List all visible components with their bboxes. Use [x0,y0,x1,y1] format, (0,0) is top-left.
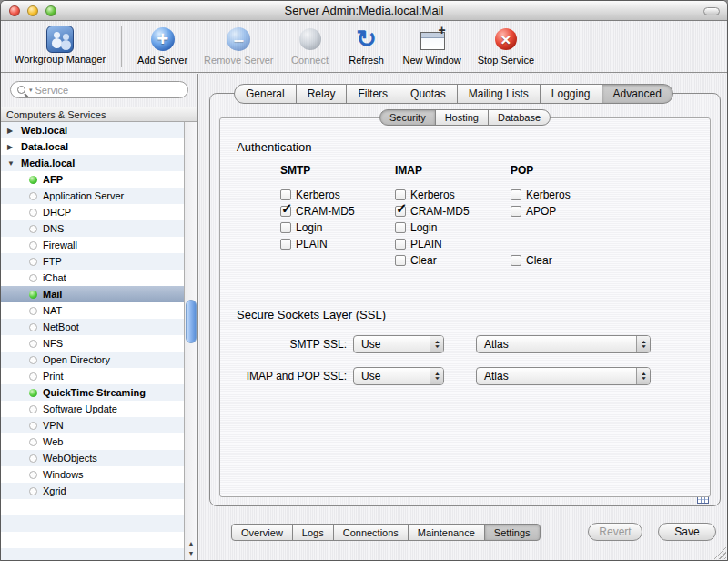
search-field[interactable]: ▾ Service [10,81,188,98]
sidebar-item-ichat[interactable]: iChat [1,270,184,286]
sidebar-item-xgrid[interactable]: Xgrid [1,483,184,499]
view-button-logs[interactable]: Logs [292,524,334,541]
checkbox-imap-plain[interactable]: PLAIN [395,237,442,251]
ssl-row-2: IMAP and POP SSL:Use▲▼Atlas▲▼ [220,367,710,385]
sidebar-item-open-directory[interactable]: Open Directory [1,352,184,368]
tab-logging[interactable]: Logging [540,84,602,104]
sidebar-item-vpn[interactable]: VPN [1,417,184,434]
sidebar-item-netboot[interactable]: NetBoot [1,319,184,335]
toolbar-item-connect: Connect [282,24,339,66]
sidebar-item-web-local[interactable]: ▶Web.local [1,122,184,138]
sidebar-item-software-update[interactable]: Software Update [1,401,184,417]
sidebar-item-quicktime-streaming[interactable]: QuickTime Streaming [1,384,184,401]
checkbox-box [511,206,521,217]
checkbox-pop-apop[interactable]: APOP [511,204,556,219]
disclosure-closed-icon[interactable]: ▶ [7,127,16,135]
zoom-button[interactable] [46,5,56,16]
status-stopped-icon [29,454,37,463]
checkbox-pop-clear[interactable]: Clear [511,253,552,268]
tab-mailing-lists[interactable]: Mailing Lists [457,84,541,104]
close-button[interactable] [9,5,20,16]
checkbox-imap-login[interactable]: Login [395,220,437,235]
checkbox-smtp-cram-md5[interactable]: CRAM-MD5 [280,204,355,219]
sidebar-item-dhcp[interactable]: DHCP [1,204,184,220]
resize-grip[interactable] [713,546,726,559]
popup-arrows-icon: ▲▼ [430,336,443,352]
sidebar-item-print[interactable]: Print [1,368,184,384]
view-button-overview[interactable]: Overview [231,524,293,541]
checkbox-box [280,206,291,217]
stop-service-icon [491,25,521,54]
checkbox-label: PLAIN [410,238,442,250]
checkbox-label: Login [410,221,437,234]
sidebar-item-media-local[interactable]: ▼Media.local [1,155,184,171]
ssl-certificate-popup[interactable]: Atlas▲▼ [476,335,651,353]
status-stopped-icon [29,372,37,381]
ssl-mode-popup[interactable]: Use▲▼ [353,335,444,353]
sidebar-item-windows[interactable]: Windows [1,466,184,483]
toolbar-item-workgroup-manager[interactable]: Workgroup Manager [6,24,114,66]
tab-filters[interactable]: Filters [346,84,399,104]
service-label: FTP [43,256,62,267]
sidebar-item-firewall[interactable]: Firewall [1,237,184,253]
scroll-down-arrow-icon[interactable]: ▼ [185,548,197,558]
new-window-icon [418,25,447,54]
tab-relay[interactable]: Relay [296,84,348,104]
status-stopped-icon [29,225,37,233]
status-stopped-icon [29,356,37,364]
minimize-button[interactable] [27,5,38,16]
sidebar-item-afp[interactable]: AFP [1,171,184,188]
sidebar-item-nfs[interactable]: NFS [1,335,184,352]
sidebar-item-ftp[interactable]: FTP [1,253,184,270]
view-button-connections[interactable]: Connections [333,524,409,541]
sidebar-item-mail[interactable]: Mail [1,286,184,302]
scroll-up-arrow-icon[interactable]: ▲ [185,538,197,548]
checkbox-box [395,206,406,217]
ssl-mode-popup[interactable]: Use▲▼ [353,367,444,385]
sidebar-item-webobjects[interactable]: WebObjects [1,450,184,466]
checkbox-label: Kerberos [296,189,340,201]
toolbar-item-refresh[interactable]: Refresh [339,24,395,66]
subtab-database[interactable]: Database [488,109,551,126]
status-stopped-icon [29,438,37,446]
tab-quotas[interactable]: Quotas [399,84,458,104]
checkbox-label: Clear [526,254,552,267]
checkbox-imap-cram-md5[interactable]: CRAM-MD5 [395,204,470,219]
view-button-settings[interactable]: Settings [484,524,541,541]
sidebar-scrollbar[interactable]: ▲ ▼ [184,122,197,560]
toolbar-toggle-pill[interactable] [703,7,720,15]
toolbar-item-label: Workgroup Manager [15,54,106,65]
view-button-maintenance[interactable]: Maintenance [408,524,485,541]
sidebar-item-web[interactable]: Web [1,434,184,450]
subtab-security[interactable]: Security [379,109,436,126]
toolbar-item-new-window[interactable]: New Window [395,24,470,66]
tab-general[interactable]: General [234,84,297,104]
disclosure-closed-icon[interactable]: ▶ [7,143,16,151]
subtab-hosting[interactable]: Hosting [435,109,489,126]
sidebar-item-application-server[interactable]: Application Server [1,188,184,204]
sidebar-item-dns[interactable]: DNS [1,220,184,237]
disclosure-open-icon[interactable]: ▼ [7,159,16,168]
titlebar[interactable]: Server Admin:Media.local:Mail [1,1,727,21]
checkbox-imap-clear[interactable]: Clear [395,253,437,268]
tab-advanced[interactable]: Advanced [602,84,673,104]
status-stopped-icon [29,209,37,217]
revert-button[interactable]: Revert [588,523,642,541]
toolbar-item-add-server[interactable]: Add Server [129,24,196,66]
sidebar-item-data-local[interactable]: ▶Data.local [1,138,184,155]
service-label: Data.local [21,141,68,152]
checkbox-smtp-login[interactable]: Login [280,220,322,235]
checkbox-pop-kerberos[interactable]: Kerberos [511,188,571,202]
toolbar-item-remove-server: Remove Server [196,24,281,66]
service-label: WebObjects [43,453,97,464]
ssl-certificate-popup[interactable]: Atlas▲▼ [476,367,651,385]
toolbar-item-stop-service[interactable]: Stop Service [470,24,542,66]
checkbox-smtp-plain[interactable]: PLAIN [280,237,328,251]
toolbar-item-label: Connect [291,55,329,66]
save-button[interactable]: Save [658,523,716,541]
scrollbar-thumb[interactable] [186,300,197,343]
auth-column-pop: POPKerberosAPOPClear [511,164,629,310]
popup-arrows-icon: ▲▼ [430,368,443,384]
service-label: Print [43,371,64,382]
sidebar-item-nat[interactable]: NAT [1,302,184,319]
